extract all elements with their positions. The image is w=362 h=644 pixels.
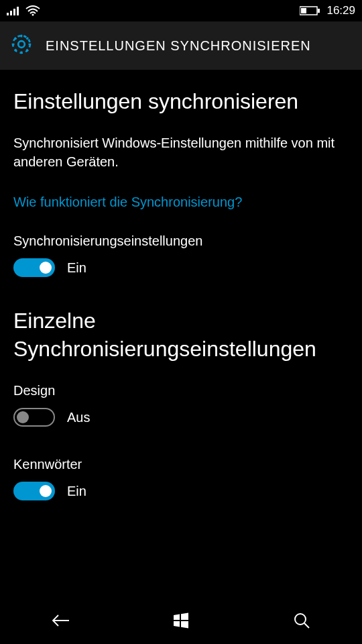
sync-description: Synchronisiert Windows-Einstellungen mit…	[13, 133, 349, 171]
individual-section-title: Einzelne Synchronisierungseinstellungen	[13, 307, 349, 363]
svg-point-4	[32, 14, 34, 16]
header-title: EINSTELLUNGEN SYNCHRONISIEREN	[46, 38, 311, 54]
signal-icon	[7, 6, 20, 15]
gear-icon	[9, 32, 34, 59]
help-link[interactable]: Wie funktioniert die Synchronisierung?	[13, 195, 349, 210]
passwords-state: Ein	[67, 484, 86, 499]
svg-rect-7	[301, 8, 306, 13]
status-time: 16:29	[326, 4, 355, 17]
svg-marker-10	[174, 614, 180, 620]
svg-point-14	[295, 614, 306, 625]
battery-icon	[300, 6, 320, 15]
design-label: Design	[13, 383, 349, 398]
design-state: Aus	[67, 410, 90, 425]
windows-button[interactable]	[154, 604, 208, 637]
svg-point-8	[18, 41, 25, 48]
wifi-icon	[25, 5, 40, 16]
navigation-bar	[0, 597, 362, 644]
sync-settings-block: Synchronisierungseinstellungen Ein	[13, 233, 349, 277]
sync-settings-state: Ein	[67, 260, 86, 276]
svg-rect-2	[13, 9, 15, 15]
svg-marker-12	[174, 621, 180, 627]
design-toggle[interactable]	[13, 408, 55, 427]
back-button[interactable]	[34, 604, 87, 637]
status-bar: 16:29	[0, 0, 362, 21]
sync-settings-label: Synchronisierungseinstellungen	[13, 233, 349, 249]
main-content: Einstellungen synchronisieren Synchronis…	[0, 70, 362, 500]
passwords-label: Kennwörter	[13, 457, 349, 472]
svg-marker-13	[181, 621, 188, 628]
search-button[interactable]	[275, 604, 328, 637]
svg-rect-3	[17, 7, 19, 15]
svg-rect-6	[318, 9, 320, 13]
svg-rect-0	[7, 13, 9, 15]
sync-settings-toggle[interactable]	[13, 258, 55, 277]
svg-marker-11	[181, 613, 188, 620]
svg-rect-1	[10, 11, 12, 15]
passwords-block: Kennwörter Ein	[13, 457, 349, 500]
passwords-toggle[interactable]	[13, 482, 55, 500]
app-header: EINSTELLUNGEN SYNCHRONISIEREN	[0, 21, 362, 70]
design-block: Design Aus	[13, 383, 349, 427]
page-title: Einstellungen synchronisieren	[13, 90, 349, 113]
